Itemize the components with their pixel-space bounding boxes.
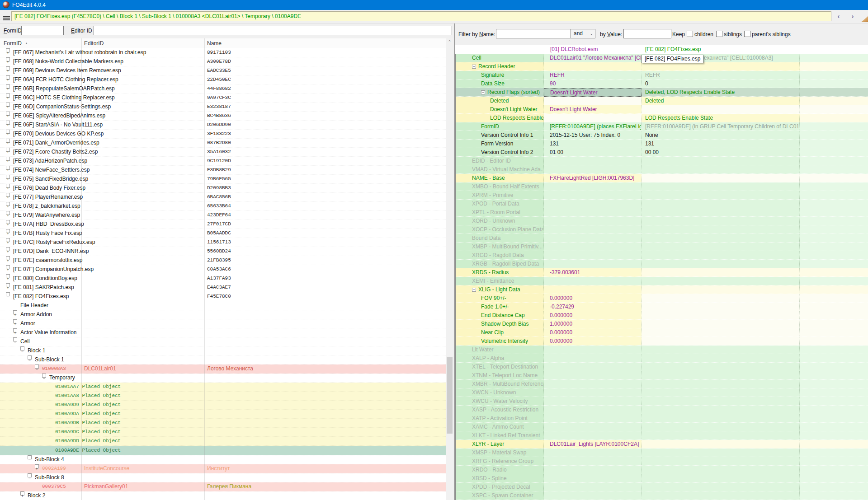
empty-cell[interactable]: [800, 388, 868, 397]
field-row[interactable]: XRDS - Radius-379.003601: [456, 268, 868, 277]
field-row[interactable]: XRGD - Ragdoll Data: [456, 251, 868, 260]
empty-cell[interactable]: [800, 474, 868, 483]
record-row[interactable]: 0100A9DA Placed Object: [0, 410, 447, 419]
field-row[interactable]: XPTL - Room Portal: [456, 208, 868, 217]
plugin-row[interactable]: +[FE 06C] HOTC SE Clothing Replacer.esp9…: [0, 93, 447, 103]
fo4fixes-value-cell[interactable]: [642, 423, 800, 431]
fo4fixes-value-cell[interactable]: [642, 363, 800, 371]
empty-cell[interactable]: [800, 148, 868, 157]
dlcrobot-value-cell[interactable]: [544, 114, 642, 122]
empty-cell[interactable]: [800, 217, 868, 225]
fo4fixes-value-cell[interactable]: [642, 320, 800, 328]
dlcrobot-value-cell[interactable]: [544, 182, 642, 191]
fo4fixes-value-cell[interactable]: [642, 294, 800, 303]
fo4fixes-value-cell[interactable]: 00 00: [642, 148, 800, 157]
expand-icon[interactable]: +: [6, 184, 10, 188]
breadcrumb[interactable]: [FE 082] FO4Fixes.esp (F45E78C0) \ Cell …: [11, 11, 831, 21]
fo4fixes-value-cell[interactable]: [642, 260, 800, 268]
fo4fixes-value-cell[interactable]: [642, 346, 800, 354]
checkbox-children[interactable]: [687, 31, 693, 37]
field-name-cell[interactable]: Lit Water: [456, 346, 544, 354]
fo4fixes-value-cell[interactable]: [REFR:0100A9DE] (in GRUP Cell Temporary …: [642, 122, 800, 131]
dlcrobot-value-cell[interactable]: [544, 191, 642, 200]
collapse-icon[interactable]: −: [13, 337, 17, 341]
empty-cell[interactable]: [800, 182, 868, 191]
dlcrobot-value-cell[interactable]: FXFlareLightRed [LIGH:0017963D]: [544, 174, 642, 182]
group-row[interactable]: −Cell: [0, 337, 447, 346]
plugin-row[interactable]: +[FE 07A] HBD_DressBox.esp27F017CD: [0, 220, 447, 229]
group-row[interactable]: −Block 1: [0, 346, 447, 355]
field-name-cell[interactable]: XSPC - Spawn Container: [456, 491, 544, 500]
field-row[interactable]: XWCU - Water Velocity: [456, 397, 868, 406]
dlcrobot-value-cell[interactable]: [544, 234, 642, 243]
plugin-row[interactable]: +[FE 070] Devious Devices GO KP.esp3F183…: [0, 130, 447, 139]
field-name-cell[interactable]: XALP - Alpha: [456, 354, 544, 363]
field-name-cell[interactable]: XEMI - Emittance: [456, 277, 544, 285]
plugin-row[interactable]: +[FE 07D] Dank_ECO-INNR.esp5560BD24: [0, 247, 447, 256]
expand-icon[interactable]: +: [20, 491, 24, 495]
dlcrobot-value-cell[interactable]: DLC01Lair_Lights [LAYR:0100CF2A]: [544, 440, 642, 449]
empty-cell[interactable]: [800, 380, 868, 388]
expand-icon[interactable]: +: [6, 166, 10, 170]
field-row[interactable]: LOD Respects Enable ...LOD Respects Enab…: [456, 114, 868, 122]
dlcrobot-value-cell[interactable]: [544, 431, 642, 440]
collapse-icon[interactable]: −: [20, 346, 24, 350]
field-name-cell[interactable]: NAME - Base: [456, 174, 544, 182]
field-name-cell[interactable]: XASP - Acoustic Restriction: [456, 406, 544, 414]
plugin-row[interactable]: +[FE 072] F.core Chastity Belts2.esp35A1…: [0, 148, 447, 157]
field-row[interactable]: XLYR - LayerDLC01Lair_Lights [LAYR:0100C…: [456, 440, 868, 449]
dlcrobot-value-cell[interactable]: [544, 474, 642, 483]
field-name-cell[interactable]: Deleted: [456, 97, 544, 105]
plugin-row[interactable]: +[FE 06B] RepopulateSalemOARPatch.esp44F…: [0, 84, 447, 93]
dlcrobot-value-cell[interactable]: [544, 200, 642, 208]
empty-cell[interactable]: [800, 449, 868, 457]
field-row[interactable]: XRGB - Ragdoll Biped Data: [456, 260, 868, 268]
expand-icon[interactable]: +: [6, 229, 10, 233]
expand-icon[interactable]: +: [13, 310, 17, 314]
record-row[interactable]: 0100A9DD Placed Object: [0, 437, 447, 446]
dlcrobot-value-cell[interactable]: [544, 371, 642, 380]
expand-icon[interactable]: +: [13, 328, 17, 332]
fo4fixes-value-cell[interactable]: [642, 388, 800, 397]
dlcrobot-value-cell[interactable]: [544, 157, 642, 165]
empty-cell[interactable]: [800, 234, 868, 243]
record-row[interactable]: 0100A9D9 Placed Object: [0, 401, 447, 410]
expand-icon[interactable]: +: [6, 247, 10, 251]
expand-icon[interactable]: +: [6, 130, 10, 134]
field-name-cell[interactable]: XLYR - Layer: [456, 440, 544, 449]
field-row[interactable]: XPDD - Projected Decal: [456, 483, 868, 491]
dlcrobot-value-cell[interactable]: 2015-12-15 User: 75 Index: 0: [544, 131, 642, 140]
empty-cell[interactable]: [800, 397, 868, 406]
dlcrobot-value-cell[interactable]: [544, 277, 642, 285]
fo4fixes-value-cell[interactable]: [642, 234, 800, 243]
field-name-cell[interactable]: XPDD - Projected Decal: [456, 483, 544, 491]
record-row[interactable]: +0002A199InstituteConcourseИнститут: [0, 464, 447, 473]
field-row[interactable]: XORD - Unknown: [456, 217, 868, 225]
empty-cell[interactable]: [800, 406, 868, 414]
fo4fixes-value-cell[interactable]: [642, 491, 800, 500]
fo4fixes-value-cell[interactable]: [642, 414, 800, 423]
field-name-cell[interactable]: XMBP - MultiBound Primitiv...: [456, 243, 544, 251]
field-name-cell[interactable]: XLKT - Linked Ref Transient: [456, 431, 544, 440]
field-row[interactable]: XMBR - MultiBound Reference: [456, 380, 868, 388]
dlcrobot-value-cell[interactable]: [544, 449, 642, 457]
field-row[interactable]: Doesn't Light WaterDoesn't Light Water: [456, 105, 868, 114]
plugin-row[interactable]: −[FE 082] FO4Fixes.espF45E78C0: [0, 292, 447, 301]
plugin-row[interactable]: +[FE 07C] RustyFaceFixRedux.esp11561713: [0, 238, 447, 247]
field-row[interactable]: NAME - BaseFXFlareLightRed [LIGH:0017963…: [456, 174, 868, 182]
field-name-cell[interactable]: XTEL - Teleport Destination: [456, 363, 544, 371]
fo4fixes-value-cell[interactable]: [642, 328, 800, 337]
field-row[interactable]: FormID[REFR:0100A9DE] (places FXFlareLig…: [456, 122, 868, 131]
field-name-cell[interactable]: XATP - Activation Point: [456, 414, 544, 423]
expand-icon[interactable]: +: [6, 66, 10, 70]
field-name-cell[interactable]: −XLIG - Light Data: [456, 285, 544, 294]
dlcrobot-value-cell[interactable]: [544, 380, 642, 388]
collapse-icon[interactable]: −: [472, 288, 476, 292]
field-row[interactable]: Form Version131131: [456, 140, 868, 148]
dlcrobot-value-cell[interactable]: [544, 208, 642, 217]
empty-cell[interactable]: [800, 337, 868, 346]
dlcrobot-value-cell[interactable]: [544, 414, 642, 423]
field-row[interactable]: VMAD - Virtual Machine Ada...: [456, 165, 868, 174]
fo4fixes-value-cell[interactable]: [642, 243, 800, 251]
collapse-icon[interactable]: −: [6, 292, 10, 296]
